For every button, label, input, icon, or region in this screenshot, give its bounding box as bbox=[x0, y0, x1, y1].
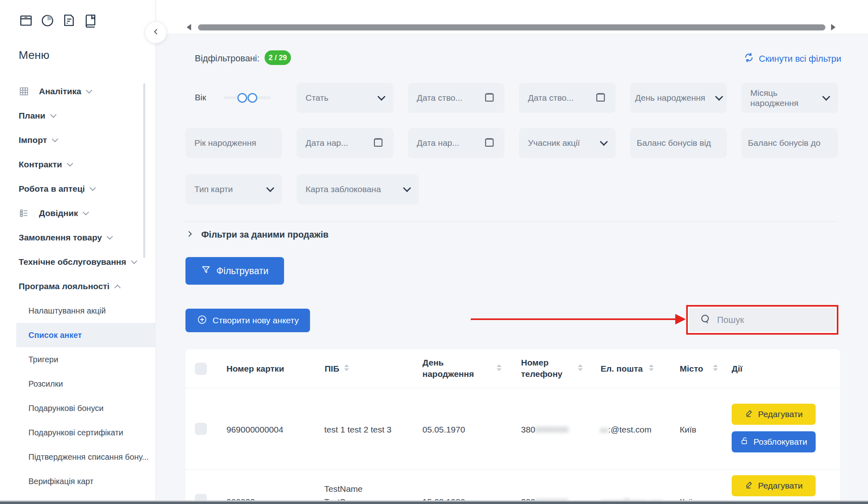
hscroll-left-arrow[interactable] bbox=[187, 24, 191, 30]
annotation-arrow-head bbox=[675, 314, 686, 324]
sidebar-item-directory[interactable]: Довідник bbox=[19, 201, 88, 225]
cell-phone: 3800000000 bbox=[521, 424, 569, 435]
calendar-icon bbox=[372, 136, 384, 150]
sort-icon[interactable] bbox=[578, 364, 583, 371]
chevron-down-icon bbox=[131, 258, 138, 264]
date-created-to-input[interactable]: Дата ство... bbox=[519, 83, 616, 113]
sort-icon[interactable] bbox=[497, 364, 502, 371]
cell-name-line1: TestName bbox=[324, 483, 363, 494]
sidebar-item-contracts[interactable]: Контракти bbox=[19, 152, 72, 177]
unlock-button[interactable]: Розблокувати bbox=[732, 431, 816, 452]
edit-button[interactable]: Редагувати bbox=[732, 404, 816, 425]
column-header-name: ПІБ bbox=[325, 363, 339, 374]
sidebar-item-promo-settings[interactable]: Налаштування акцій bbox=[28, 299, 106, 323]
chevron-down-icon bbox=[67, 160, 73, 167]
sidebar: Меню Аналітика Плани Імпорт Контракти Ро… bbox=[0, 0, 156, 504]
chevron-down-icon bbox=[90, 185, 96, 191]
window-bottom-edge bbox=[0, 502, 868, 504]
select-all-checkbox[interactable] bbox=[195, 363, 207, 375]
search-input[interactable] bbox=[716, 314, 819, 326]
sidebar-item-bonus-writeoff-confirmation[interactable]: Підтвердження списання бону... bbox=[28, 445, 149, 469]
cell-city: Київ bbox=[680, 424, 696, 435]
chevron-down-icon bbox=[52, 136, 58, 143]
calendar-icon bbox=[483, 91, 495, 105]
sort-icon[interactable] bbox=[713, 364, 718, 371]
annotation-arrow-line bbox=[471, 318, 680, 320]
birth-day-select[interactable]: День народження bbox=[630, 83, 727, 113]
birth-date-to-input[interactable]: Дата нар... bbox=[408, 128, 504, 158]
cell-card-number: 969000000004 bbox=[226, 424, 283, 435]
gender-select[interactable]: Стать bbox=[297, 83, 393, 113]
section-divider bbox=[185, 221, 838, 222]
birth-year-input[interactable]: Рік народження bbox=[185, 128, 282, 158]
search-box[interactable] bbox=[689, 308, 836, 332]
filter-button[interactable]: Фільтрувати bbox=[185, 257, 284, 285]
sidebar-item-import[interactable]: Імпорт bbox=[19, 128, 57, 152]
chevron-down-icon bbox=[715, 93, 723, 101]
search-highlight-box bbox=[686, 305, 838, 335]
column-header-actions: Дії bbox=[732, 363, 743, 374]
sidebar-item-plans[interactable]: Плани bbox=[19, 104, 56, 128]
book-icon[interactable] bbox=[83, 13, 98, 28]
age-range-handle-max[interactable] bbox=[248, 93, 257, 103]
create-questionnaire-button[interactable]: Створити нову анкету bbox=[185, 309, 310, 332]
pencil-icon bbox=[745, 409, 754, 420]
sidebar-item-gift-bonuses[interactable]: Подарункові бонуси bbox=[28, 396, 103, 420]
chevron-up-icon bbox=[114, 284, 121, 291]
hscroll-right-arrow[interactable] bbox=[831, 24, 836, 30]
edit-button[interactable]: Редагувати bbox=[732, 475, 816, 496]
date-created-from-input[interactable]: Дата ство... bbox=[408, 83, 504, 113]
bonus-balance-from-input[interactable]: Баланс бонусів від bbox=[630, 128, 727, 158]
sidebar-item-mailings[interactable]: Розсилки bbox=[28, 372, 63, 396]
card-blocked-select[interactable]: Карта заблокована bbox=[297, 174, 419, 204]
age-filter-label: Вік bbox=[195, 93, 206, 102]
sidebar-collapse-button[interactable] bbox=[145, 22, 167, 43]
hscroll-thumb[interactable] bbox=[198, 24, 825, 30]
sidebar-top-icons bbox=[19, 13, 98, 28]
masked-email: xx bbox=[600, 424, 608, 435]
column-header-email: Ел. пошта bbox=[601, 363, 643, 374]
cell-birthday: 05.05.1970 bbox=[422, 424, 465, 435]
column-header-card-number: Номер картки bbox=[226, 363, 284, 374]
masked-phone: 0000000 bbox=[535, 424, 569, 435]
sort-icon[interactable] bbox=[649, 364, 654, 371]
unlock-icon bbox=[740, 436, 750, 448]
chevron-down-icon bbox=[600, 138, 608, 146]
row-checkbox[interactable] bbox=[195, 423, 207, 435]
sidebar-scrollbar[interactable] bbox=[143, 83, 145, 258]
age-range-handle-min[interactable] bbox=[237, 93, 247, 103]
chevron-right-icon bbox=[186, 230, 194, 240]
column-header-phone: Номер телефону bbox=[521, 357, 578, 380]
birth-date-from-input[interactable]: Дата нар... bbox=[297, 128, 393, 158]
age-range-track bbox=[224, 96, 271, 99]
sales-filters-toggle[interactable]: Фільтри за даними продажів bbox=[186, 226, 329, 244]
birth-month-select[interactable]: Місяць народження bbox=[741, 83, 838, 113]
chevron-down-icon bbox=[377, 93, 386, 101]
sidebar-item-triggers[interactable]: Тригери bbox=[28, 347, 58, 372]
sidebar-item-gift-certificates[interactable]: Подарункові сертифікати bbox=[28, 420, 123, 445]
promo-participant-select[interactable]: Учасник акції bbox=[519, 128, 616, 158]
column-header-city: Місто bbox=[680, 363, 703, 374]
document-icon[interactable] bbox=[62, 13, 76, 28]
sidebar-item-loyalty-program[interactable]: Програма лояльності bbox=[19, 274, 120, 299]
pie-chart-icon[interactable] bbox=[40, 13, 55, 28]
chevron-down-icon bbox=[50, 112, 56, 118]
plus-circle-icon bbox=[197, 314, 207, 327]
bonus-balance-to-input[interactable]: Баланс бонусів до bbox=[741, 128, 838, 158]
pencil-icon bbox=[745, 480, 754, 491]
search-icon bbox=[700, 314, 711, 327]
card-type-select[interactable]: Тип карти bbox=[185, 174, 282, 204]
column-header-birthday: День народження bbox=[422, 357, 487, 380]
chevron-down-icon bbox=[403, 184, 411, 192]
sidebar-item-card-verification[interactable]: Верифікація карт bbox=[28, 469, 93, 493]
sidebar-item-maintenance[interactable]: Технічне обслуговування bbox=[19, 250, 136, 274]
sidebar-item-goods-order[interactable]: Замовлення товару bbox=[19, 225, 112, 250]
reset-filters-link[interactable]: Скинути всі фільтри bbox=[743, 52, 841, 65]
filtered-label: Відфільтровані: bbox=[195, 53, 259, 64]
box-icon[interactable] bbox=[19, 13, 33, 28]
sort-icon[interactable] bbox=[344, 364, 349, 371]
sidebar-item-questionnaire-list[interactable]: Список анкет bbox=[28, 323, 82, 347]
cell-name: test 1 test 2 test 3 bbox=[324, 424, 392, 435]
sidebar-item-pharmacy-work[interactable]: Робота в аптеці bbox=[19, 177, 95, 201]
sidebar-item-analytics[interactable]: Аналітика bbox=[19, 79, 91, 104]
